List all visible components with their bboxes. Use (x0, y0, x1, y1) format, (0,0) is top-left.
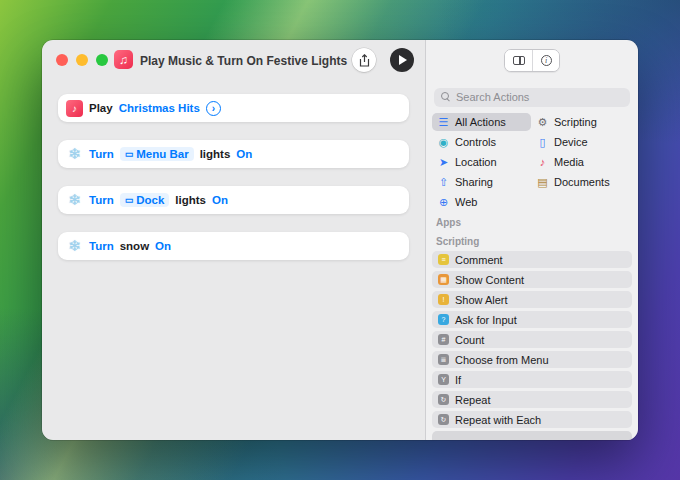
music-parameter[interactable]: Christmas Hits (119, 102, 200, 114)
action-item-label: Ask for Input (455, 314, 517, 326)
search-actions-input[interactable] (434, 88, 630, 107)
action-library-panel: i ☰ All Actions ⚙ Scripting ◉ Controls (425, 40, 638, 440)
close-button[interactable] (56, 54, 68, 66)
traffic-lights (56, 54, 108, 66)
token-label: Dock (136, 194, 164, 206)
comment-icon: ≡ (438, 254, 449, 265)
action-verb[interactable]: Turn (89, 148, 114, 160)
state-parameter[interactable]: On (212, 194, 228, 206)
action-item-label: If (455, 374, 461, 386)
list-item-partial[interactable] (432, 431, 632, 440)
action-item-show-content[interactable]: ▦ Show Content (432, 271, 632, 288)
snowflake-app-icon: ❄ (66, 146, 83, 163)
scripting-action-list: ≡ Comment ▦ Show Content ! Show Alert ? … (432, 251, 632, 440)
category-device[interactable]: ▯ Device (531, 133, 634, 151)
snowflake-app-icon: ❄ (66, 192, 83, 209)
category-media[interactable]: ♪ Media (531, 153, 634, 171)
category-label: Media (554, 156, 584, 168)
category-label: Controls (455, 136, 496, 148)
category-documents[interactable]: ▤ Documents (531, 173, 634, 191)
choose-from-menu-icon: ≣ (438, 354, 449, 365)
expand-chevron-icon[interactable]: › (206, 101, 221, 116)
section-header-apps: Apps (436, 217, 461, 228)
category-label: Sharing (455, 176, 493, 188)
action-card-play-music[interactable]: ♪ Play Christmas Hits › (58, 94, 409, 122)
category-web[interactable]: ⊕ Web (432, 193, 531, 211)
panel-icon (513, 56, 525, 65)
shortcuts-window: ♫ Play Music & Turn On Festive Lights ♪ … (42, 40, 638, 440)
action-item-show-alert[interactable]: ! Show Alert (432, 291, 632, 308)
minimize-button[interactable] (76, 54, 88, 66)
action-item-if[interactable]: Y If (432, 371, 632, 388)
action-object: lights (200, 148, 231, 160)
panel-segmented-control: i (504, 49, 560, 72)
action-item-repeat[interactable]: ↻ Repeat (432, 391, 632, 408)
action-item-count[interactable]: # Count (432, 331, 632, 348)
play-icon (399, 55, 407, 65)
shortcut-details-toggle[interactable]: i (532, 50, 559, 71)
category-all-actions[interactable]: ☰ All Actions (432, 113, 531, 131)
shortcut-app-icon: ♫ (114, 50, 133, 69)
sharing-icon: ⇧ (437, 177, 450, 188)
music-note-icon: ♫ (119, 53, 128, 67)
action-verb[interactable]: Turn (89, 194, 114, 206)
dock-icon: ▭ (125, 196, 134, 205)
web-icon: ⊕ (437, 197, 450, 208)
category-label: All Actions (455, 116, 506, 128)
action-card-snow[interactable]: ❄ Turn snow On (58, 232, 409, 260)
state-parameter[interactable]: On (155, 240, 171, 252)
media-icon: ♪ (536, 157, 549, 168)
action-item-label: Repeat with Each (455, 414, 541, 426)
device-icon: ▯ (536, 137, 549, 148)
action-item-label: Show Alert (455, 294, 508, 306)
run-shortcut-button[interactable] (390, 48, 414, 72)
count-icon: # (438, 334, 449, 345)
state-parameter[interactable]: On (236, 148, 252, 160)
token-label: Menu Bar (136, 148, 188, 160)
action-object: snow (120, 240, 149, 252)
action-verb[interactable]: Turn (89, 240, 114, 252)
repeat-with-each-icon: ↻ (438, 414, 449, 425)
dock-token[interactable]: ▭ Dock (120, 193, 170, 207)
music-app-icon: ♪ (66, 100, 83, 117)
action-item-label: Repeat (455, 394, 490, 406)
category-label: Scripting (554, 116, 597, 128)
show-content-icon: ▦ (438, 274, 449, 285)
action-item-choose-from-menu[interactable]: ≣ Choose from Menu (432, 351, 632, 368)
menu-bar-token[interactable]: ▭ Menu Bar (120, 147, 194, 161)
shortcut-editor: ♫ Play Music & Turn On Festive Lights ♪ … (42, 40, 425, 440)
controls-icon: ◉ (437, 137, 450, 148)
category-label: Documents (554, 176, 610, 188)
category-scripting[interactable]: ⚙ Scripting (531, 113, 634, 131)
share-icon (359, 54, 370, 67)
action-item-label: Comment (455, 254, 503, 266)
category-location[interactable]: ➤ Location (432, 153, 531, 171)
category-grid: ☰ All Actions ⚙ Scripting ◉ Controls ▯ D… (432, 113, 634, 211)
all-actions-icon: ☰ (437, 117, 450, 128)
repeat-icon: ↻ (438, 394, 449, 405)
action-item-repeat-with-each[interactable]: ↻ Repeat with Each (432, 411, 632, 428)
action-card-dock-lights[interactable]: ❄ Turn ▭ Dock lights On (58, 186, 409, 214)
window-title: Play Music & Turn On Festive Lights (140, 54, 347, 68)
action-verb: Play (89, 102, 113, 114)
category-label: Web (455, 196, 477, 208)
ask-for-input-icon: ? (438, 314, 449, 325)
action-item-comment[interactable]: ≡ Comment (432, 251, 632, 268)
share-button[interactable] (352, 48, 376, 72)
snowflake-app-icon: ❄ (66, 238, 83, 255)
action-card-menu-bar-lights[interactable]: ❄ Turn ▭ Menu Bar lights On (58, 140, 409, 168)
zoom-button[interactable] (96, 54, 108, 66)
action-item-ask-for-input[interactable]: ? Ask for Input (432, 311, 632, 328)
show-alert-icon: ! (438, 294, 449, 305)
action-object: lights (175, 194, 206, 206)
action-item-label: Show Content (455, 274, 524, 286)
menu-bar-icon: ▭ (125, 150, 134, 159)
info-icon: i (541, 55, 552, 66)
action-library-toggle[interactable] (505, 50, 532, 71)
section-header-scripting: Scripting (436, 236, 479, 247)
category-controls[interactable]: ◉ Controls (432, 133, 531, 151)
documents-icon: ▤ (536, 177, 549, 188)
category-label: Device (554, 136, 588, 148)
action-item-label: Count (455, 334, 484, 346)
category-sharing[interactable]: ⇧ Sharing (432, 173, 531, 191)
